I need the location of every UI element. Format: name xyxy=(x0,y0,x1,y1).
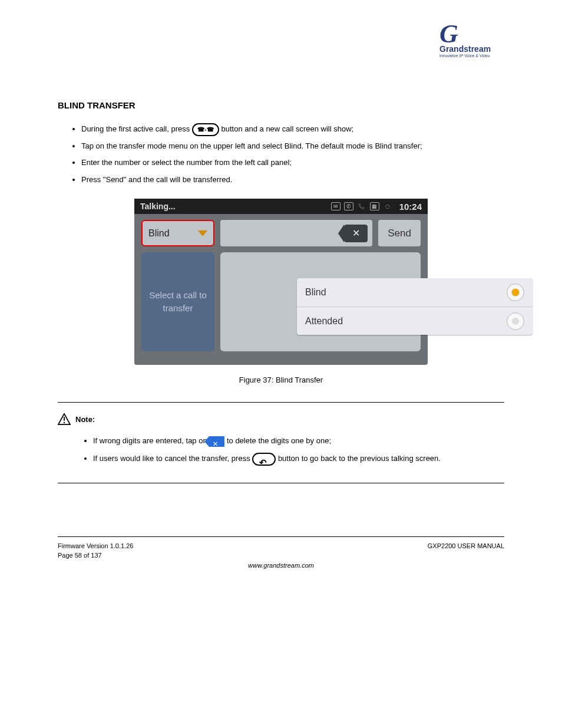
chevron-down-icon xyxy=(198,230,207,236)
voicemail-icon: ✆ xyxy=(344,202,353,210)
panel-text: Select a call to transfer xyxy=(144,289,212,315)
step-item: Enter the number or select the number fr… xyxy=(81,154,504,172)
step-item: During the first active call, press ☎-☎ … xyxy=(81,121,504,138)
phone-screenshot: Talking... ✉ ✆ 📞 ▦ ◌ 10:24 Blind ✕ xyxy=(134,199,428,365)
warning-icon xyxy=(58,413,71,425)
note-block: Note: If wrong digits are entered, tap o… xyxy=(58,402,504,483)
logo-mark: G xyxy=(439,24,504,44)
send-button[interactable]: Send xyxy=(378,220,421,246)
section-title: BLIND TRANSFER xyxy=(58,100,504,110)
number-input[interactable]: ✕ xyxy=(220,220,372,246)
step-item: Tap on the transfer mode menu on the upp… xyxy=(81,138,504,155)
logo-brand: Grandstream xyxy=(439,44,504,54)
radio-icon xyxy=(507,312,524,330)
steps-list: During the first active call, press ☎-☎ … xyxy=(58,121,504,188)
logo-tagline: Innovative IP Voice & Video xyxy=(439,54,504,58)
note-item: If users would like to cancel the transf… xyxy=(93,450,504,467)
status-text: Talking... xyxy=(140,202,331,211)
status-bar: Talking... ✉ ✆ 📞 ▦ ◌ 10:24 xyxy=(134,199,428,214)
figure-caption: Figure 37: Blind Transfer xyxy=(58,375,504,384)
footer-page: Page 58 of 137 xyxy=(58,551,102,560)
step-item: Press "Send" and the call will be transf… xyxy=(81,172,504,189)
footer-firmware: Firmware Version 1.0.1.26 xyxy=(58,542,133,551)
transfer-mode-popup: Blind Attended xyxy=(297,278,533,335)
back-hardkey-icon xyxy=(252,453,276,466)
transfer-mode-dropdown[interactable]: Blind xyxy=(141,220,214,246)
svg-point-1 xyxy=(64,422,65,423)
transfer-hardkey-icon: ☎-☎ xyxy=(192,123,219,136)
phone-icon: 📞 xyxy=(357,202,366,210)
note-label: Note: xyxy=(75,415,95,424)
dropdown-value: Blind xyxy=(148,228,170,239)
footer-manual: GXP2200 USER MANUAL xyxy=(428,542,504,551)
call-select-panel[interactable]: Select a call to transfer xyxy=(141,252,214,351)
brand-logo: G Grandstream Innovative IP Voice & Vide… xyxy=(58,24,504,65)
backspace-icon xyxy=(209,436,224,447)
status-time: 10:24 xyxy=(399,202,422,212)
note-item: If wrong digits are entered, tap on to d… xyxy=(93,432,504,450)
sim-icon: ▦ xyxy=(370,202,379,210)
popup-option-blind[interactable]: Blind xyxy=(297,278,533,307)
footer-url: www.grandstream.com xyxy=(58,561,504,570)
radio-icon xyxy=(507,284,524,301)
sync-icon: ◌ xyxy=(383,202,392,210)
backspace-key[interactable]: ✕ xyxy=(344,225,368,242)
page-footer: Firmware Version 1.0.1.26 GXP2200 USER M… xyxy=(58,542,504,582)
mail-icon: ✉ xyxy=(331,202,340,210)
popup-option-attended[interactable]: Attended xyxy=(297,307,533,335)
